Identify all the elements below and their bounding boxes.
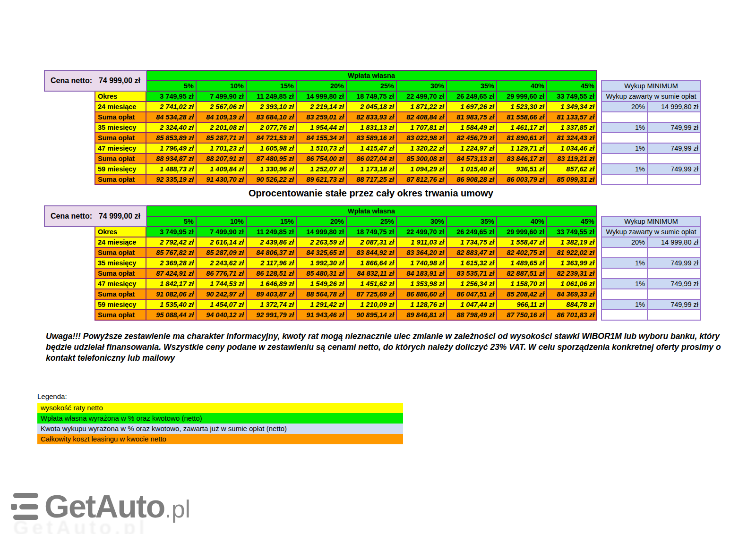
downpayment-amount: 18 749,75 zł (346, 91, 396, 102)
cell-value: 86 701,83 zł (547, 310, 597, 320)
downpayment-amount: 22 499,70 zł (396, 91, 447, 102)
watermark-ghost-text: GetAuto.pl (13, 517, 148, 534)
cell-value: 94 040,12 zł (196, 310, 246, 320)
cell-value: 2 117,96 zł (246, 258, 296, 268)
downpayment-amount: 3 749,95 zł (146, 91, 196, 102)
cell-value: 81 922,02 zł (547, 247, 597, 258)
cell-value: 1 363,99 zł (547, 258, 597, 268)
row-label: 47 miesięcy (95, 279, 146, 289)
downpayment-amount: 33 749,55 zł (547, 91, 597, 102)
cell-value: 88 564,78 zł (296, 289, 346, 299)
cell-value: 83 259,01 zł (296, 112, 346, 122)
cell-value: 91 082,06 zł (146, 289, 196, 299)
cell-value: 85 300,08 zł (396, 153, 447, 164)
cell-value: 1 353,98 zł (396, 279, 447, 289)
cell-value: 86 754,00 zł (296, 153, 346, 164)
spacer (597, 174, 601, 185)
cell-value: 87 750,16 zł (497, 310, 547, 320)
cell-value: 2 201,08 zł (196, 122, 246, 133)
cell-value: 1 320,22 zł (396, 143, 447, 153)
percent-header: 5% (146, 81, 196, 91)
pricing-grid-mount-2: Wpłata własna5%10%15%20%25%30%35%40%45%W… (94, 205, 701, 321)
cell-value: 2 792,42 zł (146, 237, 196, 247)
cell-value: 857,62 zł (547, 164, 597, 174)
spacer (597, 279, 601, 289)
cell-value: 91 943,46 zł (296, 310, 346, 320)
cell-value: 84 183,91 zł (396, 268, 447, 279)
cell-value: 83 364,20 zł (396, 247, 447, 258)
percent-header: 15% (246, 81, 296, 91)
cell-value: 1 523,30 zł (497, 102, 547, 112)
cell-value: 2 324,40 zł (146, 122, 196, 133)
cell-value: 1 740,98 zł (396, 258, 447, 268)
pricing-grid-mount-1: Wpłata własna5%10%15%20%25%30%35%40%45%W… (94, 70, 701, 185)
spacer (597, 289, 601, 299)
spacer (597, 133, 601, 143)
wykup-top-blank (601, 70, 701, 81)
cell-value: 1 382,19 zł (547, 237, 597, 247)
cell-value: 84 573,13 zł (447, 153, 497, 164)
okres-label: Okres (95, 227, 146, 237)
cell-value: 1 911,03 zł (396, 237, 447, 247)
cell-value: 84 832,11 zł (346, 268, 396, 279)
downpayment-amount: 7 499,90 zł (196, 91, 246, 102)
cell-value: 89 403,87 zł (246, 289, 296, 299)
wykup-minimum-header: Wykup MINIMUM (601, 81, 701, 91)
cell-value: 1 796,49 zł (146, 143, 196, 153)
cell-value: 84 534,28 zł (146, 112, 196, 122)
spacer (597, 310, 601, 320)
cell-value: 85 480,31 zł (296, 268, 346, 279)
legend-item-buyout: Kwota wykupu wyrażona w % oraz kwotowo, … (37, 424, 403, 434)
cell-value: 82 402,75 zł (497, 247, 547, 258)
cell-value: 1 015,40 zł (447, 164, 497, 174)
cell-value: 84 325,65 zł (296, 247, 346, 258)
cell-value: 86 027,04 zł (346, 153, 396, 164)
spacer (597, 216, 601, 227)
legend-item-total-cost: Całkowity koszt leasingu w kwocie netto (37, 434, 403, 444)
cell-value: 2 616,14 zł (196, 237, 246, 247)
cell-value: 86 908,28 zł (447, 174, 497, 185)
spacer (597, 164, 601, 174)
percent-header: 45% (547, 81, 597, 91)
row-label: 35 miesięcy (95, 258, 146, 268)
wykup-blank (647, 174, 701, 185)
net-price-box: Cena netto: 74 999,00 zł (44, 70, 147, 92)
cell-value: 90 895,14 zł (346, 310, 396, 320)
pricing-grid: Wpłata własna5%10%15%20%25%30%35%40%45%W… (94, 70, 701, 185)
cell-value: 1 992,30 zł (296, 258, 346, 268)
downpayment-amount: 18 749,75 zł (346, 227, 396, 237)
downpayment-amount: 11 249,85 zł (246, 91, 296, 102)
cell-value: 2 219,14 zł (296, 102, 346, 112)
cell-value: 2 077,76 zł (246, 122, 296, 133)
cell-value: 83 846,17 zł (497, 153, 547, 164)
cell-value: 86 003,79 zł (497, 174, 547, 185)
downpayment-amount: 29 999,60 zł (497, 227, 547, 237)
cell-value: 2 045,18 zł (346, 102, 396, 112)
wykup-blank (601, 153, 647, 164)
pricing-grid: Wpłata własna5%10%15%20%25%30%35%40%45%W… (94, 205, 701, 321)
cell-value: 1 224,97 zł (447, 143, 497, 153)
wykup-amount: 749,99 zł (647, 164, 701, 174)
cell-value: 88 934,87 zł (146, 153, 196, 164)
cell-value: 1 489,65 zł (497, 258, 547, 268)
cell-value: 82 883,47 zł (447, 247, 497, 258)
cell-value: 86 886,60 zł (396, 289, 447, 299)
cell-value: 83 589,16 zł (346, 133, 396, 143)
cell-value: 1 734,75 zł (447, 237, 497, 247)
net-price-label: Cena netto: (51, 212, 92, 220)
spacer (597, 247, 601, 258)
wykup-top-blank (601, 206, 701, 216)
cell-value: 84 109,19 zł (196, 112, 246, 122)
spacer (597, 299, 601, 310)
downpayment-amount: 14 999,80 zł (296, 91, 346, 102)
legend-title: Legenda: (37, 392, 403, 400)
legend: Legenda: wysokość raty netto Wpłata włas… (37, 392, 403, 444)
cell-value: 87 424,91 zł (146, 268, 196, 279)
spacer (597, 70, 601, 81)
cell-value: 1 409,84 zł (196, 164, 246, 174)
cell-value: 86 047,51 zł (447, 289, 497, 299)
wykup-percent: 1% (601, 279, 647, 289)
row-label: 59 miesięcy (95, 164, 146, 174)
wykup-percent: 1% (601, 122, 647, 133)
cell-value: 1 047,44 zł (447, 299, 497, 310)
